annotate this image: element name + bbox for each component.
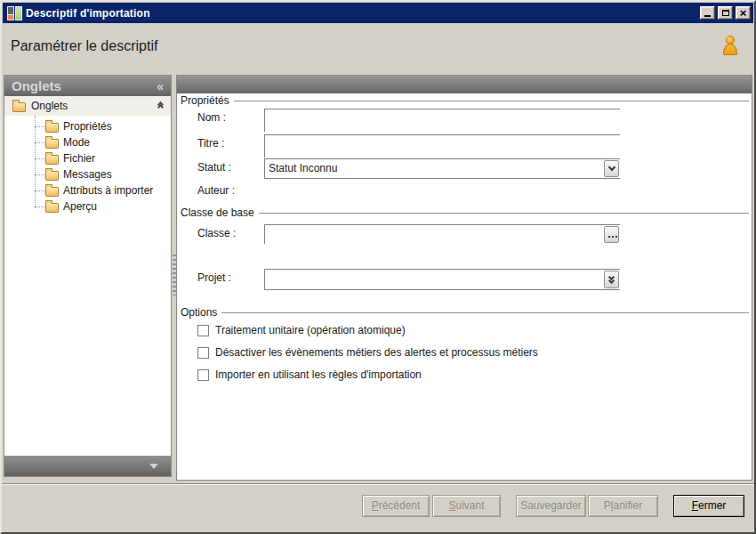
projet-input[interactable] — [265, 270, 620, 289]
group-proprietes: Propriétés — [181, 94, 749, 107]
checkbox-row-traitement: Traitement unitaire (opération atomique) — [197, 324, 406, 336]
sidebar: Onglets « Onglets Propriétés Mode Fichie… — [4, 75, 172, 477]
suivant-button[interactable]: Suivant — [432, 495, 501, 517]
folder-icon — [45, 187, 59, 197]
sidebar-footer — [4, 456, 171, 476]
folder-icon — [45, 203, 59, 213]
sidebar-item-fichier[interactable]: Fichier — [4, 150, 171, 166]
nom-input[interactable] — [265, 109, 620, 132]
maximize-icon — [722, 10, 729, 16]
statut-value: Statut Inconnu — [269, 162, 337, 174]
nom-label: Nom : — [197, 111, 226, 124]
precedent-button[interactable]: Précédent — [362, 495, 430, 517]
sidebar-item-apercu[interactable]: Aperçu — [4, 198, 171, 214]
scroll-down-icon[interactable] — [149, 464, 158, 469]
titre-field-wrap — [264, 134, 620, 158]
footer-bar: Précédent Suivant Sauvegarder Planifier … — [2, 483, 754, 532]
checkbox-row-importer: Importer en utilisant les règles d'impor… — [197, 368, 422, 381]
user-icon — [721, 36, 739, 56]
app-icon — [7, 6, 22, 20]
projet-expand-button[interactable] — [604, 271, 619, 288]
sidebar-item-proprietes[interactable]: Propriétés — [4, 118, 171, 134]
statut-combobox[interactable]: Statut Inconnu — [264, 158, 620, 179]
tabs-tree: Propriétés Mode Fichier Messages Attribu… — [4, 116, 171, 456]
minimize-icon — [704, 15, 711, 17]
folder-icon — [45, 155, 59, 165]
group-options: Options — [181, 306, 749, 319]
close-button[interactable]: × — [736, 6, 751, 20]
checkbox-row-desactiver: Désactiver les évènements métiers des al… — [197, 346, 538, 359]
folder-icon — [45, 123, 59, 133]
classe-input[interactable] — [265, 225, 620, 244]
classe-label: Classe : — [197, 227, 236, 239]
sidebar-item-messages[interactable]: Messages — [4, 166, 171, 182]
folder-icon — [45, 171, 59, 181]
collapse-all-icon[interactable] — [158, 102, 163, 109]
statut-dropdown-button[interactable] — [604, 160, 619, 177]
folder-icon — [12, 102, 26, 112]
group-classe-de-base: Classe de base — [181, 206, 749, 219]
folder-icon — [45, 139, 59, 149]
titlebar: Descriptif d'importation × — [3, 3, 753, 23]
tree-root-label: Onglets — [31, 100, 158, 112]
main-panel-header — [177, 76, 752, 93]
collapse-panel-icon[interactable]: « — [157, 80, 164, 93]
close-icon: × — [740, 8, 747, 18]
main-panel: Propriétés Nom : Titre : Statut : Statut… — [176, 75, 752, 481]
sidebar-item-attributs[interactable]: Attributs à importer — [4, 182, 171, 198]
titre-label: Titre : — [197, 137, 224, 150]
chevron-down-icon — [607, 164, 615, 171]
auteur-label: Auteur : — [197, 184, 235, 197]
projet-field-wrap — [264, 269, 620, 290]
maximize-button[interactable] — [718, 6, 733, 20]
projet-label: Projet : — [197, 271, 231, 284]
sidebar-title: Onglets — [12, 78, 157, 93]
page-title: Paramétrer le descriptif — [11, 38, 157, 54]
statut-label: Statut : — [197, 161, 231, 174]
planifier-button[interactable]: Planifier — [588, 495, 658, 517]
tree-root[interactable]: Onglets — [4, 96, 171, 116]
nom-field-wrap — [264, 109, 620, 132]
classe-browse-button[interactable] — [604, 226, 619, 243]
sidebar-item-mode[interactable]: Mode — [4, 134, 171, 150]
dialog-window: Descriptif d'importation × Paramétrer le… — [0, 0, 756, 534]
classe-field-wrap — [264, 224, 620, 244]
minimize-button[interactable] — [700, 6, 715, 20]
traitement-unitaire-checkbox[interactable] — [197, 325, 209, 336]
titre-input[interactable] — [265, 135, 620, 158]
window-title: Descriptif d'importation — [26, 7, 697, 20]
sidebar-header: Onglets « — [4, 76, 171, 96]
importer-regles-checkbox[interactable] — [197, 369, 209, 381]
sauvegarder-button[interactable]: Sauvegarder — [516, 495, 586, 517]
fermer-button[interactable]: Fermer — [673, 495, 744, 517]
desactiver-evenements-checkbox[interactable] — [197, 347, 209, 359]
ellipsis-icon — [608, 236, 610, 238]
